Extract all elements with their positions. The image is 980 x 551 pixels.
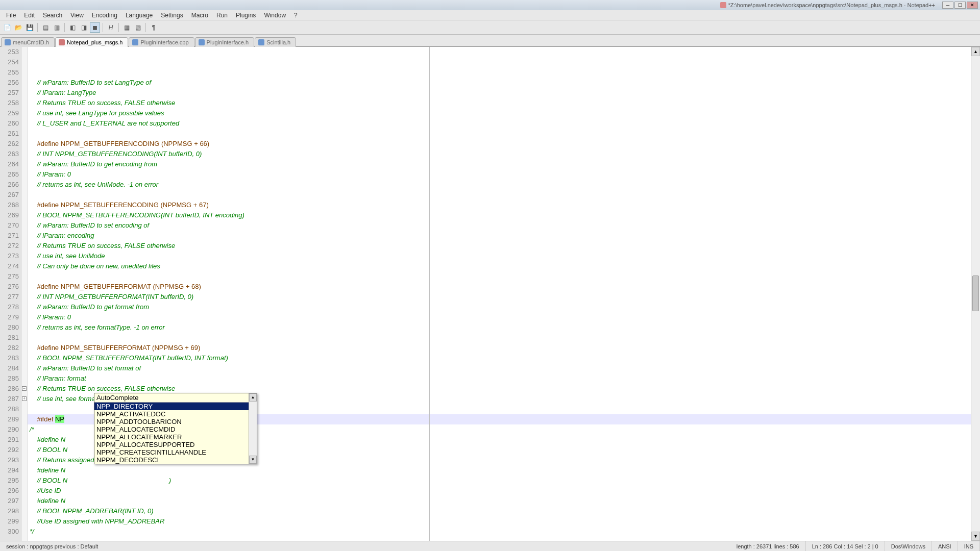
status-length: length : 26371 lines : 586 (730, 541, 806, 551)
autocomplete-item[interactable]: NPPM_ACTIVATEDOC (94, 410, 249, 418)
code-line[interactable] (28, 271, 971, 282)
code-line[interactable]: // lParam: format (28, 373, 971, 384)
maximize-button[interactable]: ☐ (954, 2, 966, 9)
scroll-track[interactable] (971, 56, 980, 532)
code-area[interactable]: // wParam: BufferID to set LangType of /… (28, 47, 971, 541)
code-line[interactable]: // INT NPPM_GETBUFFERENCODING(INT buffer… (28, 149, 971, 159)
autocomplete-item[interactable]: NPPM_ADDTOOLBARICON (94, 418, 249, 425)
tb-icon-5[interactable]: ◼ (90, 22, 100, 33)
code-line[interactable]: // wParam: BufferID to set LangType of (28, 78, 971, 88)
code-line[interactable]: // lParam: encoding (28, 231, 971, 241)
fold-plus-icon[interactable]: + (22, 396, 27, 401)
code-line[interactable] (28, 537, 971, 541)
code-line[interactable]: // returns as int, see UniMode. -1 on er… (28, 180, 971, 190)
code-line[interactable]: #define NPPM_GETBUFFERFORMAT (NPPMSG + 6… (28, 282, 971, 292)
menu-plugins[interactable]: Plugins (232, 11, 260, 20)
code-line[interactable]: */ (28, 527, 971, 537)
menu-view[interactable]: View (66, 11, 88, 20)
code-line[interactable]: // BOOL N ) (28, 475, 971, 486)
tb-icon-6[interactable]: ▦ (121, 22, 132, 33)
code-line[interactable]: // wParam: BufferID to set encoding of (28, 220, 971, 231)
code-line[interactable]: // BOOL NPPM_SETBUFFERFORMAT(INT bufferI… (28, 353, 971, 363)
menu-edit[interactable]: Edit (20, 11, 39, 20)
tb-icon-4[interactable]: ◨ (79, 22, 89, 33)
code-line[interactable]: // wParam: BufferID to get format from (28, 302, 971, 312)
code-line[interactable]: // use int, see UniMode (28, 251, 971, 261)
vertical-scrollbar[interactable]: ▲ ▼ (971, 47, 980, 541)
code-line[interactable]: // Returns TRUE on success, FALSE otherw… (28, 384, 971, 394)
fold-minus-icon[interactable]: − (22, 386, 27, 391)
menu-macro[interactable]: Macro (187, 11, 212, 20)
autocomplete-item[interactable]: NPPM_DECODESCI (94, 456, 249, 464)
code-line[interactable]: // lParam: 0 (28, 169, 971, 180)
code-line[interactable] (28, 333, 971, 343)
code-line[interactable]: #define NPPM_SETBUFFERENCODING (NPPMSG +… (28, 200, 971, 210)
code-line[interactable]: // lParam: LangType (28, 88, 971, 98)
scroll-up-icon[interactable]: ▲ (971, 47, 980, 56)
autocomplete-scrollbar[interactable]: ▲ ▼ (249, 393, 257, 464)
toolbar-separator (145, 23, 146, 32)
menu-encoding[interactable]: Encoding (88, 11, 121, 20)
tb-icon-8[interactable]: ¶ (149, 22, 159, 33)
code-line[interactable] (28, 129, 971, 139)
minimize-button[interactable]: ─ (942, 2, 953, 9)
code-line[interactable]: #define N (28, 465, 971, 475)
tab-label: Scintilla.h (266, 39, 290, 45)
menu-language[interactable]: Language (121, 11, 157, 20)
window-title: *Z:\home\pavel.nedev\workspace\nppgtags\… (728, 2, 935, 8)
code-line[interactable]: // lParam: 0 (28, 312, 971, 322)
tb-icon-3[interactable]: ◧ (67, 22, 78, 33)
open-file-icon[interactable]: 📂 (13, 22, 23, 33)
autocomplete-item[interactable]: NPPM_CREATESCINTILLAHANDLE (94, 448, 249, 456)
tab-plugininterface-h[interactable]: PluginInterface.h (195, 37, 255, 47)
line-number: 276 (0, 282, 19, 292)
code-line[interactable]: // BOOL NPPM_ADDREBAR(INT ID, 0) (28, 506, 971, 516)
tb-icon-1[interactable]: ▤ (40, 22, 51, 33)
code-line[interactable]: #define NPPM_GETBUFFERENCODING (NPPMSG +… (28, 139, 971, 149)
save-file-icon[interactable]: 💾 (24, 22, 35, 33)
tab-notepad_plus_msgs-h[interactable]: Notepad_plus_msgs.h (55, 37, 128, 47)
close-button[interactable]: ✕ (967, 2, 978, 9)
scroll-down-icon[interactable]: ▼ (971, 532, 980, 541)
code-line[interactable]: //Use ID assigned with NPPM_ADDREBAR (28, 516, 971, 527)
menu-search[interactable]: Search (39, 11, 66, 20)
scroll-up-icon[interactable]: ▲ (249, 393, 257, 402)
autocomplete-item[interactable]: NPPM_ALLOCATECMDID (94, 425, 249, 433)
menu-file[interactable]: File (2, 11, 20, 20)
line-number: 273 (0, 251, 19, 261)
scroll-down-icon[interactable]: ▼ (249, 456, 257, 464)
menu-window[interactable]: Window (260, 11, 290, 20)
code-line[interactable]: // returns as int, see formatType. -1 on… (28, 322, 971, 333)
tb-icon-h[interactable]: H (106, 22, 116, 33)
code-line[interactable]: // wParam: BufferID to get encoding from (28, 159, 971, 169)
menu-help[interactable]: ? (290, 11, 302, 20)
code-line[interactable]: // L_USER and L_EXTERNAL are not support… (28, 118, 971, 129)
tab-scintilla-h[interactable]: Scintilla.h (255, 37, 296, 47)
code-line[interactable]: // BOOL NPPM_SETBUFFERENCODING(INT buffe… (28, 210, 971, 220)
autocomplete-popup[interactable]: AutoComplete NPP_DIRECTORYNPPM_ACTIVATED… (94, 393, 257, 464)
autocomplete-item[interactable]: NPP_DIRECTORY (94, 403, 249, 410)
code-line[interactable]: // Can only be done on new, unedited fil… (28, 261, 971, 271)
code-line[interactable]: #define NPPM_SETBUFFERFORMAT (NPPMSG + 6… (28, 343, 971, 353)
menu-run[interactable]: Run (212, 11, 232, 20)
line-number: 271 (0, 231, 19, 241)
autocomplete-item[interactable]: NPPM_ALLOCATEMARKER (94, 433, 249, 441)
scroll-thumb[interactable] (972, 276, 979, 311)
code-line[interactable] (28, 190, 971, 200)
tb-icon-2[interactable]: ▥ (52, 22, 62, 33)
line-number: 290 (0, 424, 19, 435)
code-line[interactable]: //Use ID (28, 486, 971, 496)
menu-settings[interactable]: Settings (157, 11, 187, 20)
autocomplete-item[interactable]: NPPM_ALLOCATESUPPORTED (94, 441, 249, 448)
code-line[interactable]: // wParam: BufferID to set format of (28, 363, 971, 373)
code-line[interactable]: // INT NPPM_GETBUFFERFORMAT(INT bufferID… (28, 292, 971, 302)
code-line[interactable]: // use int, see LangType for possible va… (28, 108, 971, 118)
tab-menucmdid-h[interactable]: menuCmdID.h (1, 37, 55, 47)
tab-plugininterface-cpp[interactable]: PluginInterface.cpp (129, 37, 194, 47)
code-line[interactable]: // Returns TRUE on success, FALSE otherw… (28, 241, 971, 251)
new-file-icon[interactable]: 📄 (2, 22, 12, 33)
tb-icon-7[interactable]: ▧ (133, 22, 143, 33)
line-number: 255 (0, 67, 19, 78)
code-line[interactable]: #define N (28, 496, 971, 506)
code-line[interactable]: // Returns TRUE on success, FALSE otherw… (28, 98, 971, 108)
